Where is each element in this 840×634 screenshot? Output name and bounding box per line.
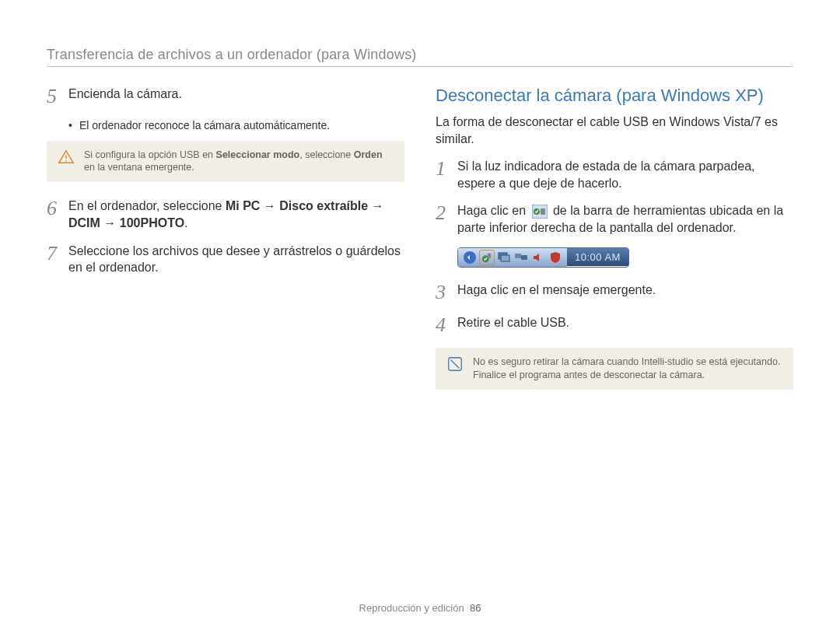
step-text: Haga clic en el mensaje emergente. [457, 282, 656, 304]
tray-volume-icon [531, 250, 545, 264]
svg-rect-10 [515, 254, 521, 258]
tray-safely-remove-icon [480, 250, 494, 264]
bullet-dot: • [68, 119, 79, 131]
step-text: Haga clic en de la barra de herramientas… [457, 202, 793, 236]
step-5-bullet: • El ordenador reconoce la cámara automá… [68, 119, 404, 131]
info-icon [446, 356, 464, 382]
step-2: 2 Haga clic en de la barra de herramient… [436, 202, 793, 236]
svg-rect-4 [541, 208, 545, 215]
step-5: 5 Encienda la cámara. [47, 86, 404, 108]
system-tray-illustration: 10:00 AM [457, 247, 793, 268]
step-number: 5 [47, 86, 68, 108]
right-column: Desconectar la cámara (para Windows XP) … [436, 86, 793, 405]
footer-section: Reproducción y edición [359, 602, 464, 614]
step-number: 4 [436, 314, 457, 337]
step-number: 2 [436, 202, 457, 236]
step-text: Encienda la cámara. [68, 86, 182, 108]
step-1: 1 Si la luz indicadora de estada de la c… [436, 158, 793, 191]
tray-nav-icon [463, 250, 477, 264]
step-text: Si la luz indicadora de estada de la cám… [457, 158, 793, 191]
page-number: 86 [470, 602, 481, 614]
tray-clock: 10:00 AM [567, 248, 628, 266]
step-number: 6 [47, 198, 68, 231]
svg-line-13 [451, 359, 460, 368]
content-columns: 5 Encienda la cámara. • El ordenador rec… [47, 86, 793, 405]
tray-shield-icon [548, 250, 562, 264]
warning-note: Si configura la opción USB en Selecciona… [47, 141, 404, 183]
warning-text: Si configura la opción USB en Selecciona… [84, 149, 394, 175]
tray-monitor-icon [497, 250, 511, 264]
step-number: 3 [436, 282, 457, 304]
page-footer: Reproducción y edición 86 [0, 602, 840, 614]
svg-rect-7 [488, 253, 491, 257]
step-text: Seleccione los archivos que desee y arrá… [68, 243, 404, 276]
step-text: En el ordenador, seleccione Mi PC → Disc… [68, 198, 404, 231]
section-intro: La forma de desconectar el cable USB en … [436, 114, 793, 147]
step-text: Retire el cable USB. [457, 314, 569, 337]
svg-rect-9 [501, 255, 509, 261]
safely-remove-icon [532, 205, 548, 219]
left-column: 5 Encienda la cámara. • El ordenador rec… [47, 86, 404, 405]
svg-rect-11 [521, 255, 527, 260]
info-text: No es seguro retirar la cámara cuando In… [473, 356, 782, 382]
svg-point-1 [65, 159, 67, 161]
step-4: 4 Retire el cable USB. [436, 314, 793, 337]
step-number: 7 [47, 243, 68, 276]
warning-icon [58, 149, 75, 175]
section-title: Desconectar la cámara (para Windows XP) [436, 86, 793, 106]
tray-icons-area [458, 248, 567, 267]
page-header: Transferencia de archivos a un ordenador… [47, 47, 793, 67]
bullet-text: El ordenador reconoce la cámara automáti… [79, 119, 330, 131]
info-note: No es seguro retirar la cámara cuando In… [436, 348, 793, 390]
step-3: 3 Haga clic en el mensaje emergente. [436, 282, 793, 304]
tray-displays-icon [514, 250, 528, 264]
step-number: 1 [436, 158, 457, 191]
step-7: 7 Seleccione los archivos que desee y ar… [47, 243, 404, 276]
step-6: 6 En el ordenador, seleccione Mi PC → Di… [47, 198, 404, 231]
